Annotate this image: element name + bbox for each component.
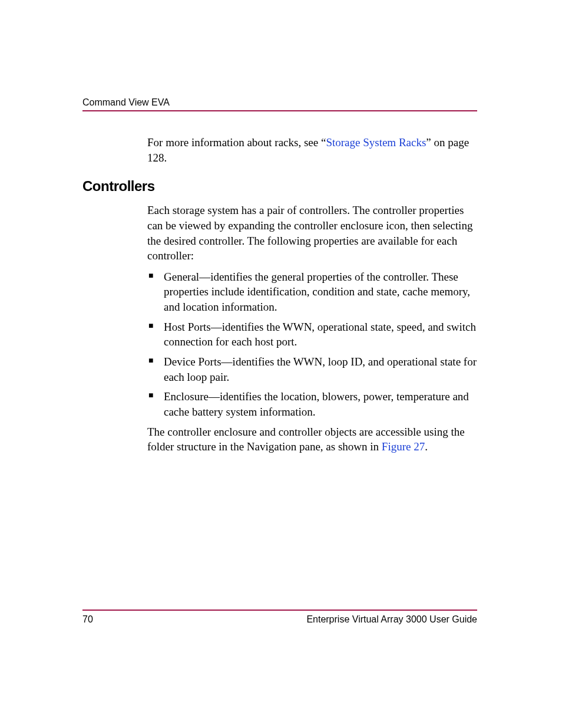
doc-title: Enterprise Virtual Array 3000 User Guide xyxy=(306,614,477,625)
section-heading-controllers: Controllers xyxy=(82,178,477,195)
list-item: Enclosure—identifies the location, blowe… xyxy=(147,389,477,419)
trailing-post: . xyxy=(425,440,428,453)
intro-pre: For more information about racks, see “ xyxy=(147,136,326,149)
page-number: 70 xyxy=(82,614,93,625)
running-head: Command View EVA xyxy=(82,97,477,108)
list-item: General—identifies the general propertie… xyxy=(147,269,477,315)
link-figure-27[interactable]: Figure 27 xyxy=(382,440,425,453)
list-item: Host Ports—identifies the WWN, operation… xyxy=(147,319,477,350)
trailing-paragraph: The controller enclosure and controller … xyxy=(147,424,477,454)
intro-paragraph: For more information about racks, see “S… xyxy=(147,135,477,165)
footer-rule xyxy=(82,610,477,611)
list-item: Device Ports—identifies the WWN, loop ID… xyxy=(147,354,477,384)
link-storage-system-racks[interactable]: Storage System Racks xyxy=(326,136,426,149)
bullet-list: General—identifies the general propertie… xyxy=(147,269,477,420)
page-footer: 70 Enterprise Virtual Array 3000 User Gu… xyxy=(82,610,477,625)
lead-paragraph: Each storage system has a pair of contro… xyxy=(147,203,477,263)
header-rule xyxy=(82,110,477,111)
